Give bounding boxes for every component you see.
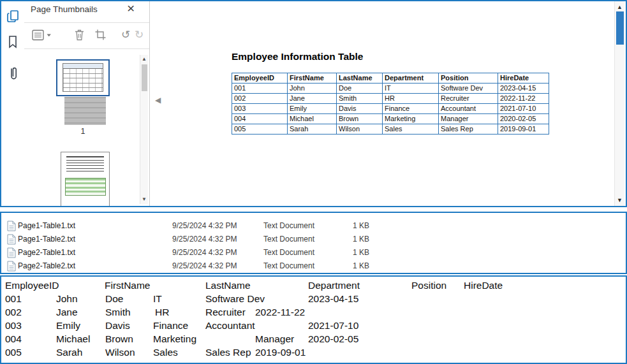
cell: Doe (337, 84, 383, 94)
page-thumbnail-1[interactable] (56, 59, 110, 96)
file-type: Text Document (263, 221, 314, 230)
paperclip-icon (8, 66, 19, 82)
scrollbar-thumb[interactable] (142, 64, 147, 91)
text-cell: Finance (153, 319, 188, 331)
cell: IT (383, 84, 439, 94)
text-cell: Emily (56, 319, 80, 331)
file-modified-date: 9/25/2024 4:32 PM (172, 261, 237, 270)
column-header: Position (439, 73, 498, 84)
scroll-up-arrow[interactable]: ▲ (615, 4, 624, 10)
cell: Finance (383, 104, 439, 114)
column-header: EmployeeID (232, 73, 288, 84)
file-row[interactable]: Page2-Table2.txt 9/25/2024 4:32 PM Text … (1, 260, 626, 273)
cell: Brown (337, 114, 383, 124)
employee-table: EmployeeID FirstName LastName Department… (232, 73, 549, 135)
pages-icon (6, 10, 20, 23)
text-cell: Sales (153, 346, 178, 358)
cell: Marketing (383, 114, 439, 124)
text-cell: Software Dev (205, 293, 265, 305)
cell: 004 (232, 114, 288, 124)
cell: Smith (337, 94, 383, 104)
text-line: 004 Michael Brown Marketing Manager 2020… (1, 333, 626, 346)
file-row[interactable]: Page2-Table1.txt 9/25/2024 4:32 PM Text … (1, 247, 626, 260)
file-list-section: Page1-Table1.txt 9/25/2024 4:32 PM Text … (0, 212, 627, 274)
cell: Recruiter (439, 94, 498, 104)
cell: 001 (232, 84, 288, 94)
text-cell: Accountant (205, 319, 255, 331)
scroll-up-arrow[interactable]: ▲ (140, 56, 148, 62)
text-line: 002 Jane Smith HR Recruiter 2022-11-22 (1, 306, 626, 319)
scrollbar-thumb[interactable] (616, 11, 624, 45)
close-panel-button[interactable]: × (127, 1, 135, 16)
scroll-down-arrow[interactable]: ▼ (615, 197, 624, 203)
employee-table-row: 003 Emily Davis Finance Accountant 2021-… (232, 104, 549, 114)
cell: Michael (288, 114, 337, 124)
text-cell: 2020-02-05 (308, 333, 358, 345)
screenshot-root: Page Thumbnails × (0, 0, 627, 364)
text-cell: Position (411, 279, 446, 291)
bookmarks-nav-button[interactable] (7, 35, 18, 52)
text-cell: Department (308, 279, 360, 291)
attachments-nav-button[interactable] (8, 66, 19, 84)
panel-title: Page Thumbnails (31, 4, 98, 14)
cell: John (288, 84, 337, 94)
pdf-viewer-section: Page Thumbnails × (0, 0, 627, 207)
text-cell: 004 (5, 333, 22, 345)
text-cell: 2022-11-22 (255, 306, 305, 318)
rotate-left-icon[interactable]: ↺ (121, 29, 130, 40)
employee-table-row: 002 Jane Smith HR Recruiter 2022-11-22 (232, 94, 549, 104)
scroll-down-arrow[interactable]: ▼ (140, 196, 148, 203)
page-number-label: 1 (56, 127, 110, 136)
trash-icon (73, 28, 85, 41)
file-row[interactable]: Page1-Table1.txt 9/25/2024 4:32 PM Text … (1, 220, 626, 233)
file-type: Text Document (263, 261, 314, 270)
text-line: 001 John Doe IT Software Dev 2023-04-15 (1, 293, 626, 306)
file-name: Page1-Table1.txt (18, 221, 75, 230)
collapse-panel-button[interactable]: ◀ (155, 96, 161, 105)
document-scrollbar[interactable]: ▲ ▼ (614, 1, 624, 206)
crop-pages-button[interactable] (94, 29, 107, 43)
text-cell: 2021-07-10 (308, 319, 358, 331)
text-cell: Sarah (56, 346, 82, 358)
delete-pages-button[interactable] (73, 28, 85, 44)
text-cell: 002 (5, 306, 22, 318)
page1-lower-table-graphic (64, 97, 106, 125)
column-header: FirstName (288, 73, 337, 84)
panel-header-divider (24, 22, 149, 23)
page-thumbnails-nav-button[interactable] (6, 10, 20, 25)
file-row[interactable]: Page1-Table2.txt 9/25/2024 4:32 PM Text … (1, 233, 626, 247)
employee-table-row: 005 Sarah Wilson Sales Sales Rep 2019-09… (232, 124, 549, 135)
page-thumbnail-2[interactable] (61, 152, 110, 206)
text-cell: Wilson (105, 346, 135, 358)
file-name: Page2-Table2.txt (18, 261, 75, 270)
cell: Manager (439, 114, 498, 124)
cell: Sales (383, 124, 439, 135)
thumbnail-options-button[interactable] (32, 29, 52, 44)
text-cell: Brown (105, 333, 133, 345)
text-cell: Manager (255, 333, 294, 345)
text-cell: John (56, 293, 78, 305)
text-cell: Davis (105, 319, 130, 331)
text-cell: 001 (5, 293, 22, 305)
toolbar-divider (24, 48, 149, 49)
column-header: HireDate (498, 73, 549, 84)
employee-table-row: 004 Michael Brown Marketing Manager 2020… (232, 114, 549, 124)
thumbnails-scrollbar[interactable]: ▲ ▼ (140, 55, 148, 204)
rotate-right-icon[interactable]: ↻ (135, 29, 144, 40)
cell: Davis (337, 104, 383, 114)
text-line: 003 Emily Davis Finance Accountant 2021-… (1, 319, 626, 333)
file-size: 1 KB (353, 235, 369, 244)
file-modified-date: 9/25/2024 4:32 PM (172, 221, 237, 230)
text-line: 005 Sarah Wilson Sales Sales Rep 2019-09… (1, 346, 626, 360)
text-cell: Smith (105, 306, 131, 318)
file-type: Text Document (263, 248, 314, 257)
employee-table-row: 001 John Doe IT Software Dev 2023-04-15 (232, 84, 549, 94)
file-modified-date: 9/25/2024 4:32 PM (172, 248, 237, 257)
column-header: LastName (337, 73, 383, 84)
text-file-icon (7, 247, 16, 260)
cell: 2022-11-22 (498, 94, 549, 104)
text-cell: HR (155, 306, 169, 318)
panel-divider (149, 1, 150, 206)
text-cell: HireDate (464, 279, 503, 291)
cell: Accountant (439, 104, 498, 114)
